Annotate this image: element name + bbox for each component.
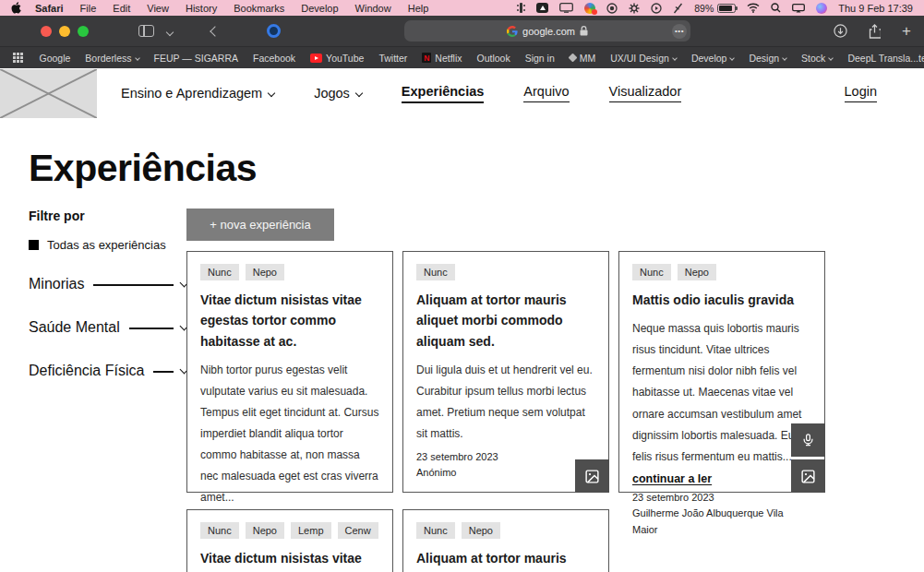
experience-card[interactable]: NuncNepoMattis odio iaculis gravidaNeque…: [618, 251, 825, 493]
tag-nunc[interactable]: Nunc: [200, 264, 239, 280]
tag-nepo[interactable]: Nepo: [462, 522, 500, 539]
tag-nunc[interactable]: Nunc: [416, 264, 455, 280]
nav-item-arquivo[interactable]: Arquivo: [523, 84, 569, 102]
macos-menubar: SafariFileEditViewHistoryBookmarksDevelo…: [0, 0, 924, 16]
checkbox-checked-icon[interactable]: [29, 240, 39, 250]
bookmark-label: DeepL Transla...te translator: [847, 53, 924, 64]
bookmark-outlook[interactable]: Outlook: [469, 53, 517, 64]
tag-nunc[interactable]: Nunc: [416, 522, 455, 539]
mute-icon[interactable]: [673, 3, 683, 14]
menu-help[interactable]: Help: [400, 3, 438, 14]
sidebar-toggle-icon[interactable]: [138, 25, 154, 37]
nav-item-ensino-e-aprendizagem[interactable]: Ensino e Aprendizagem: [121, 86, 274, 101]
menu-view[interactable]: View: [138, 3, 177, 14]
minimize-window-button[interactable]: [59, 26, 70, 37]
new-tab-icon[interactable]: +: [902, 23, 911, 39]
experience-card[interactable]: NuncNepoVitae dictum nisistas vitae eges…: [186, 251, 393, 493]
web-page: Ensino e AprendizagemJogosExperiênciasAr…: [0, 68, 924, 572]
bookmark-label: Develop: [691, 53, 727, 64]
address-bar[interactable]: google.com •••: [404, 20, 690, 42]
browser-notification-icon[interactable]: [584, 3, 595, 14]
menu-safari[interactable]: Safari: [27, 3, 72, 14]
menu-window[interactable]: Window: [347, 3, 400, 14]
bookmark-mm[interactable]: MM: [562, 53, 604, 64]
bookmark-ux-ui-design[interactable]: UX/UI Design: [603, 53, 684, 64]
play-circle-icon[interactable]: [651, 3, 662, 14]
tag-nunc[interactable]: Nunc: [200, 522, 239, 539]
nav-item-experi-ncias[interactable]: Experiências: [402, 84, 484, 103]
continue-reading-link[interactable]: continuar a ler: [632, 472, 712, 485]
card-footer: 23 setembro 2023Anónimo: [416, 449, 595, 482]
bookmark-stock[interactable]: Stock: [794, 53, 840, 64]
tag-nepo[interactable]: Nepo: [678, 264, 716, 280]
experience-card[interactable]: NuncNepoAliquam at tortor mauris aliquet…: [402, 509, 609, 572]
bookmark-twitter[interactable]: Twitter: [371, 53, 414, 64]
nav-label: Arquivo: [523, 84, 569, 102]
card-body-text: Neque massa quis lobortis mauris risus t…: [632, 318, 811, 489]
filter-group-defici-ncia-f-sica[interactable]: Deficiência Física: [29, 363, 187, 379]
bookmark-facebook[interactable]: Facebook: [246, 53, 303, 64]
wifi-icon[interactable]: [747, 3, 760, 13]
new-experience-button[interactable]: + nova experiência: [186, 209, 334, 241]
experience-card[interactable]: NuncNepoLempCenwVitae dictum nisistas vi…: [186, 509, 393, 572]
favorites-grid-icon[interactable]: [13, 53, 23, 63]
bookmark-netflix[interactable]: NNetflix: [414, 53, 469, 64]
bookmark-sign-in[interactable]: Sign in: [518, 53, 562, 64]
bookmark-develop[interactable]: Develop: [684, 53, 742, 64]
filter-all-experiences[interactable]: Todas as experiências: [29, 238, 186, 252]
site-nav: Ensino e AprendizagemJogosExperiênciasAr…: [121, 84, 681, 103]
filter-group-label: Saúde Mental: [29, 319, 120, 336]
apple-icon[interactable]: [11, 2, 21, 14]
menu-edit[interactable]: Edit: [104, 3, 138, 14]
filter-group-minorias[interactable]: Minorias: [29, 276, 187, 292]
menubar-clock[interactable]: Thu 9 Feb 17:39: [838, 3, 913, 14]
tag-cenw[interactable]: Cenw: [338, 522, 378, 539]
spotlight-search-icon[interactable]: [771, 3, 781, 13]
display-icon[interactable]: [559, 3, 573, 13]
bookmark-youtube[interactable]: YouTube: [303, 53, 371, 64]
filter-sidebar: Filtre por Todas as experiências Minoria…: [0, 209, 186, 406]
close-window-button[interactable]: [41, 26, 52, 37]
image-attachment-badge-icon[interactable]: [791, 459, 825, 493]
bookmark-google[interactable]: Google: [32, 53, 78, 64]
back-button[interactable]: [210, 26, 220, 36]
bookmark-design[interactable]: Design: [741, 53, 794, 64]
bookmark-deepl-transla-te-translator[interactable]: DeepL Transla...te translator: [840, 53, 924, 64]
screen-record-app-icon[interactable]: [536, 3, 548, 13]
site-logo-placeholder[interactable]: [0, 69, 97, 118]
zoom-window-button[interactable]: [78, 26, 89, 37]
downloads-icon[interactable]: [834, 24, 847, 38]
extension-icon[interactable]: [267, 24, 281, 38]
bookmark-label: UX/UI Design: [610, 53, 669, 64]
page-menu-icon[interactable]: •••: [672, 24, 687, 39]
bookmark-borderless[interactable]: Borderless: [78, 53, 146, 64]
bookmark-feup-sigarra[interactable]: FEUP — SIGARRA: [147, 53, 246, 64]
siri-icon[interactable]: [816, 3, 827, 14]
nav-item-visualizador[interactable]: Visualizador: [609, 84, 682, 102]
keystroke-icon[interactable]: [517, 3, 525, 13]
card-date: 23 setembro 2023: [416, 449, 595, 466]
screen-mirroring-icon[interactable]: [792, 4, 805, 13]
menu-bookmarks[interactable]: Bookmarks: [225, 3, 293, 14]
menu-history[interactable]: History: [177, 3, 225, 14]
tag-nunc[interactable]: Nunc: [632, 264, 671, 280]
card-title: Vitae dictum nisistas vitae egestas tort…: [200, 290, 379, 352]
experience-cards-grid: NuncNepoVitae dictum nisistas vitae eges…: [186, 251, 924, 572]
audio-mic-badge-icon[interactable]: [791, 423, 825, 457]
sidebar-chevron-down-icon[interactable]: [166, 28, 174, 35]
menu-file[interactable]: File: [72, 3, 105, 14]
share-icon[interactable]: [869, 24, 881, 39]
tag-lemp[interactable]: Lemp: [291, 522, 331, 539]
nav-item-jogos[interactable]: Jogos: [314, 86, 362, 101]
tag-nepo[interactable]: Nepo: [246, 264, 284, 280]
record-icon[interactable]: [606, 3, 618, 14]
tag-nepo[interactable]: Nepo: [246, 522, 284, 539]
menu-develop[interactable]: Develop: [293, 3, 346, 14]
experience-card[interactable]: NuncAliquam at tortor mauris aliquet mor…: [402, 251, 609, 493]
login-link[interactable]: Login: [845, 84, 877, 102]
battery-indicator[interactable]: 89%: [694, 3, 736, 14]
settings-gear-icon[interactable]: [629, 3, 640, 14]
filter-group-sa-de-mental[interactable]: Saúde Mental: [29, 319, 187, 336]
image-attachment-badge-icon[interactable]: [575, 459, 609, 493]
filter-all-label: Todas as experiências: [47, 238, 166, 252]
